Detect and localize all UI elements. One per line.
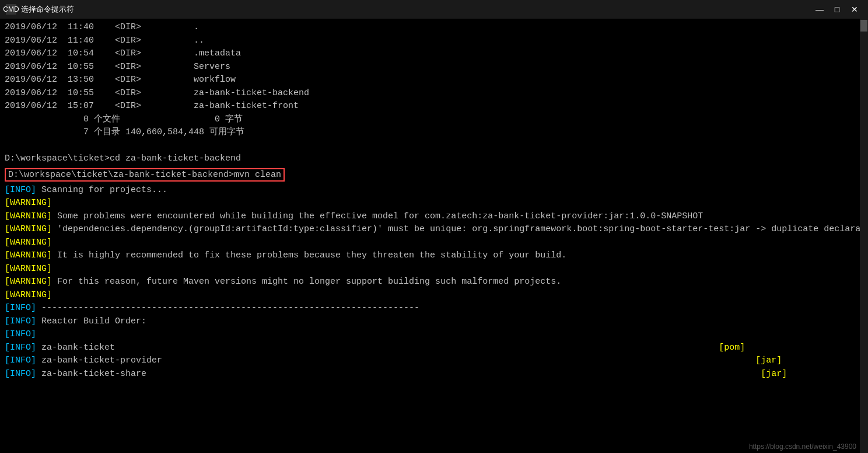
summary-files: 0 个文件 0 字节	[5, 113, 854, 127]
title-bar: CMD 选择命令提示符 — □ ✕	[0, 0, 868, 19]
terminal-content: 2019/06/12 11:40 <DIR> . 2019/06/12 11:4…	[0, 19, 868, 453]
info-blank: [INFO]	[5, 328, 854, 342]
title-bar-controls: — □ ✕	[812, 4, 862, 15]
warning-3: [WARNING] 'dependencies.dependency.(grou…	[5, 223, 854, 236]
info-scanning: [INFO] Scanning for projects...	[5, 184, 854, 197]
dir-entry-5: 2019/06/12 13:50 <DIR> workflow	[5, 74, 854, 87]
dir-entry-1: 2019/06/12 11:40 <DIR> .	[5, 21, 854, 34]
dir-entry-4: 2019/06/12 10:55 <DIR> Servers	[5, 61, 854, 74]
info-separator: [INFO] ---------------------------------…	[5, 302, 854, 315]
terminal-window: CMD 选择命令提示符 — □ ✕ 2019/06/12 11:40 <DIR>…	[0, 0, 868, 453]
warning-1: [WARNING]	[5, 197, 854, 210]
terminal-body: 2019/06/12 11:40 <DIR> . 2019/06/12 11:4…	[5, 21, 863, 451]
close-button[interactable]: ✕	[847, 4, 862, 15]
watermark: https://blog.csdn.net/weixin_43900	[749, 442, 856, 451]
dir-entry-3: 2019/06/12 10:54 <DIR> .metadata	[5, 47, 854, 61]
warning-recommend: [WARNING] It is highly recommended to fi…	[5, 249, 854, 263]
info-entry-1: [INFO] za-bank-ticket [pom]	[5, 342, 854, 355]
minimize-button[interactable]: —	[812, 4, 827, 15]
maximize-button[interactable]: □	[830, 4, 845, 15]
summary-dirs: 7 个目录 140,660,584,448 可用字节	[5, 126, 854, 140]
mvn-command-highlighted: D:\workspace\ticket\za-bank-ticket-backe…	[5, 167, 285, 183]
dir-entry-6: 2019/06/12 10:55 <DIR> za-bank-ticket-ba…	[5, 87, 854, 100]
window-title: 选择命令提示符	[21, 4, 812, 15]
dir-entry-2: 2019/06/12 11:40 <DIR> ..	[5, 34, 854, 48]
warning-blank-4: [WARNING]	[5, 289, 854, 302]
info-entry-2: [INFO] za-bank-ticket-provider [jar]	[5, 354, 854, 368]
dir-entry-7: 2019/06/12 15:07 <DIR> za-bank-ticket-fr…	[5, 100, 854, 113]
window-icon: CMD	[6, 4, 16, 15]
warning-blank-3: [WARNING]	[5, 263, 854, 276]
warning-2: [WARNING] Some problems were encountered…	[5, 210, 854, 224]
scrollbar[interactable]	[860, 19, 868, 453]
scrollbar-thumb[interactable]	[860, 20, 867, 32]
mvn-command-text: D:\workspace\ticket\za-bank-ticket-backe…	[5, 168, 285, 182]
blank-line-1	[5, 140, 854, 153]
info-entry-3: [INFO] za-bank-ticket-share [jar]	[5, 368, 854, 381]
warning-blank-2: [WARNING]	[5, 236, 854, 250]
warning-future: [WARNING] For this reason, future Maven …	[5, 276, 854, 289]
cd-command-line: D:\workspace\ticket>cd za-bank-ticket-ba…	[5, 152, 854, 166]
info-reactor-title: [INFO] Reactor Build Order:	[5, 315, 854, 329]
